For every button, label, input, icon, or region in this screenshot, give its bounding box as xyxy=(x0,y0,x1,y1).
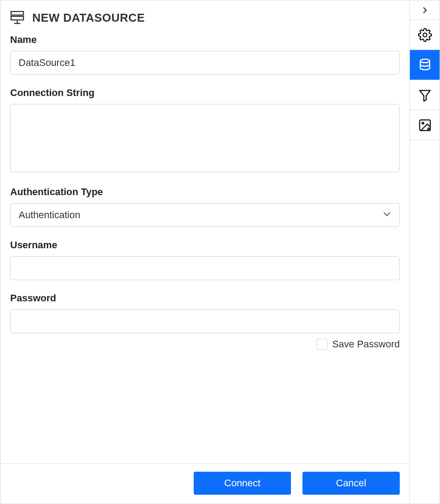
authentication-type-label: Authentication Type xyxy=(10,186,400,198)
field-username: Username xyxy=(10,239,400,280)
footer-actions: Connect Cancel xyxy=(0,463,409,504)
username-label: Username xyxy=(10,239,400,251)
chevron-right-icon xyxy=(420,5,430,15)
save-password-label: Save Password xyxy=(332,339,400,350)
rail-datasource[interactable] xyxy=(410,50,440,80)
form-content: NEW DATASOURCE Name Connection String Au… xyxy=(0,0,409,463)
password-input[interactable] xyxy=(10,309,400,333)
field-password: Password xyxy=(10,292,400,333)
main-panel: NEW DATASOURCE Name Connection String Au… xyxy=(0,0,409,504)
authentication-type-value: Authentication xyxy=(19,209,80,221)
username-input[interactable] xyxy=(10,256,400,280)
svg-point-5 xyxy=(420,59,429,62)
app-root: NEW DATASOURCE Name Connection String Au… xyxy=(0,0,440,504)
svg-point-4 xyxy=(423,33,427,37)
name-label: Name xyxy=(10,34,400,46)
rail-image-settings[interactable] xyxy=(410,110,440,140)
database-icon xyxy=(418,58,432,72)
svg-rect-0 xyxy=(11,12,23,15)
page-header: NEW DATASOURCE xyxy=(10,10,400,25)
cancel-button[interactable]: Cancel xyxy=(302,472,400,495)
connect-button[interactable]: Connect xyxy=(194,472,291,495)
field-authentication-type: Authentication Type Authentication xyxy=(10,186,400,227)
page-title: NEW DATASOURCE xyxy=(32,11,145,25)
save-password-row: Save Password xyxy=(10,339,400,350)
field-connection-string: Connection String xyxy=(10,87,400,174)
authentication-type-select[interactable]: Authentication xyxy=(10,203,400,227)
funnel-icon xyxy=(418,88,432,102)
field-name: Name xyxy=(10,34,400,75)
svg-rect-1 xyxy=(11,16,23,20)
svg-point-8 xyxy=(422,122,424,124)
save-password-checkbox[interactable] xyxy=(316,339,328,350)
connection-string-label: Connection String xyxy=(10,87,400,99)
svg-marker-6 xyxy=(420,90,430,101)
right-rail xyxy=(409,0,440,504)
authentication-type-select-wrap: Authentication xyxy=(10,203,400,227)
connection-string-input[interactable] xyxy=(10,104,400,172)
rail-settings[interactable] xyxy=(410,20,440,50)
gear-icon xyxy=(418,28,432,42)
image-gear-icon xyxy=(418,118,432,132)
rail-filter[interactable] xyxy=(410,80,440,110)
name-input[interactable] xyxy=(10,51,400,75)
password-label: Password xyxy=(10,292,400,304)
datasource-server-icon xyxy=(10,10,25,25)
rail-expand[interactable] xyxy=(410,0,440,20)
